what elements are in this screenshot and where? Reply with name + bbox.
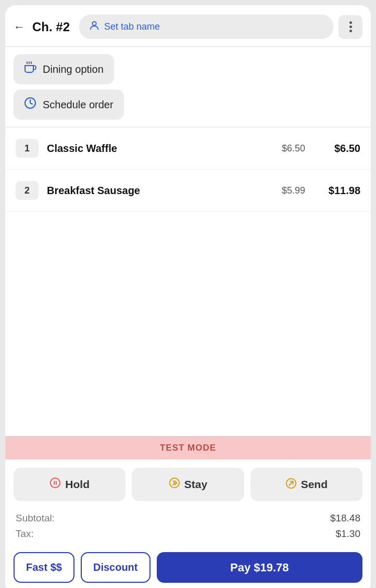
set-tab-button[interactable]: Set tab name	[79, 15, 333, 39]
phone-container: ← Ch. #2 Set tab name	[5, 5, 371, 588]
order-item-2[interactable]: 2 Breakfast Sausage $5.99 $11.98	[5, 170, 371, 212]
page-title: Ch. #2	[32, 20, 70, 34]
schedule-order-button[interactable]: Schedule order	[14, 90, 124, 120]
clock-icon	[24, 97, 36, 112]
fast-cash-button[interactable]: Fast $$	[14, 552, 74, 583]
hold-label: Hold	[65, 478, 90, 491]
footer-section: TEST MODE Hold	[5, 437, 371, 588]
tax-label: Tax:	[16, 528, 34, 540]
stay-label: Stay	[184, 478, 207, 491]
dining-option-label: Dining option	[43, 63, 104, 75]
order-section: 1 Classic Waffle $6.50 $6.50 2 Breakfast…	[5, 127, 371, 437]
test-mode-banner: TEST MODE	[5, 437, 371, 459]
hold-button[interactable]: Hold	[14, 468, 126, 501]
header: ← Ch. #2 Set tab name	[5, 5, 371, 47]
item-name-2: Breakfast Sausage	[47, 185, 273, 197]
set-tab-label: Set tab name	[104, 21, 160, 32]
schedule-order-label: Schedule order	[43, 99, 114, 111]
subtotal-value: $18.48	[330, 513, 360, 524]
send-label: Send	[301, 478, 328, 491]
svg-point-0	[92, 22, 96, 25]
totals: Subtotal: $18.48 Tax: $1.30	[5, 505, 371, 546]
more-dots-icon	[349, 21, 352, 32]
order-item-1[interactable]: 1 Classic Waffle $6.50 $6.50	[5, 127, 371, 170]
send-icon	[285, 478, 297, 492]
item-unit-price-2: $5.99	[282, 185, 305, 196]
user-icon	[89, 20, 100, 34]
svg-line-10	[289, 481, 293, 485]
back-button[interactable]: ←	[14, 20, 25, 34]
pay-button[interactable]: Pay $19.78	[157, 552, 363, 583]
dining-option-button[interactable]: Dining option	[14, 54, 114, 84]
tax-row: Tax: $1.30	[16, 526, 360, 542]
item-qty-2: 2	[16, 181, 39, 200]
svg-point-5	[51, 478, 60, 488]
discount-button[interactable]: Discount	[81, 552, 151, 583]
stay-button[interactable]: Stay	[132, 468, 244, 501]
tax-value: $1.30	[335, 528, 360, 540]
item-total-price-1: $6.50	[324, 143, 360, 155]
options-section: Dining option Schedule order	[5, 47, 371, 127]
item-name-1: Classic Waffle	[47, 143, 273, 155]
item-unit-price-1: $6.50	[282, 143, 305, 154]
hold-icon	[49, 477, 61, 492]
stay-icon	[169, 477, 180, 492]
item-qty-1: 1	[16, 139, 39, 158]
item-total-price-2: $11.98	[324, 185, 360, 197]
more-button[interactable]	[339, 15, 362, 39]
action-buttons: Hold Stay	[5, 459, 371, 505]
send-button[interactable]: Send	[250, 468, 362, 501]
bottom-buttons: Fast $$ Discount Pay $19.78	[5, 546, 371, 588]
subtotal-row: Subtotal: $18.48	[16, 510, 360, 526]
subtotal-label: Subtotal:	[16, 513, 55, 524]
dining-icon	[24, 61, 36, 77]
